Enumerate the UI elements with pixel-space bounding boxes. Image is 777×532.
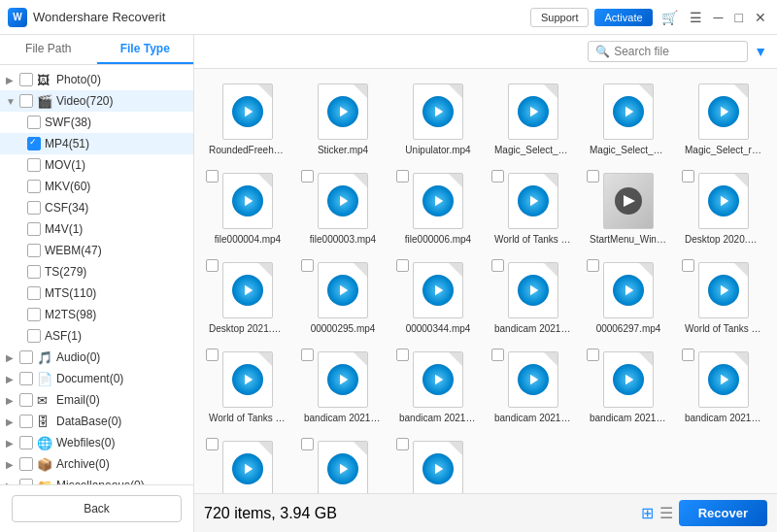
cart-icon[interactable]: 🛒 (659, 10, 681, 25)
close-icon[interactable]: ✕ (752, 10, 769, 25)
archive-checkbox[interactable] (19, 457, 33, 471)
file-item[interactable]: bandicam 2021-03-14... (488, 345, 579, 430)
sidebar-item-video[interactable]: ▼ 🎬 Video(720) (0, 90, 193, 112)
mp4-checkbox[interactable] (27, 137, 41, 150)
file-item[interactable]: bandicam 2021-02-12... (297, 345, 388, 430)
list-view-icon[interactable]: ☰ (659, 504, 673, 522)
file-item[interactable]: Sticker.mp4 (297, 77, 388, 162)
video-doc-icon (327, 453, 358, 484)
m2ts-label: M2TS(98) (45, 308, 96, 321)
photo-checkbox[interactable] (19, 73, 33, 86)
sidebar-item-document[interactable]: ▶ 📄 Document(0) (0, 368, 193, 389)
mp4-label: MP4(51) (45, 137, 89, 150)
mts-checkbox[interactable] (27, 286, 41, 300)
mkv-checkbox[interactable] (27, 180, 41, 193)
sidebar-item-email[interactable]: ▶ ✉ Email(0) (0, 389, 193, 411)
file-item[interactable]: bandicam 2021-03-03... (488, 255, 579, 341)
swf-checkbox[interactable] (27, 116, 41, 129)
sidebar-item-m2ts[interactable]: M2TS(98) (0, 304, 193, 325)
file-item[interactable]: bandicam 2021-03-04... (392, 345, 484, 430)
video-doc-icon (613, 96, 644, 127)
audio-label: Audio(0) (56, 350, 100, 364)
video-label: Video(720) (56, 94, 114, 108)
file-item[interactable]: bandicam 2021-03-14... (297, 434, 388, 493)
sidebar-tabs: File Path File Type (0, 35, 193, 65)
file-name: bandicam 2021-03-14... (494, 412, 572, 424)
back-button[interactable]: Back (12, 495, 182, 522)
file-name: bandicam 2021-02-08... (685, 412, 762, 424)
support-button[interactable]: Support (530, 8, 590, 27)
sidebar-item-mp4[interactable]: MP4(51) (0, 133, 193, 154)
sidebar-item-m4v[interactable]: M4V(1) (0, 218, 193, 240)
sidebar-item-ts[interactable]: TS(279) (0, 261, 193, 283)
file-item[interactable]: bandicam 2021-02-08... (392, 434, 484, 493)
misc-checkbox[interactable] (19, 479, 33, 484)
file-item[interactable]: Unipulator.mp4 (392, 77, 484, 162)
csf-checkbox[interactable] (27, 201, 41, 215)
asf-checkbox[interactable] (27, 329, 41, 343)
file-item[interactable]: RoundedFreehand3D... (202, 77, 293, 162)
sidebar-item-mov[interactable]: MOV(1) (0, 154, 193, 176)
file-item[interactable]: StartMenu_Win10.mp4 (583, 166, 674, 251)
sidebar-item-webfiles[interactable]: ▶ 🌐 Webfiles(0) (0, 432, 193, 453)
filter-icon[interactable]: ▼ (754, 44, 767, 59)
sidebar-item-misc[interactable]: ▶ 📁 Miscellaneous(0) (0, 475, 193, 484)
ts-checkbox[interactable] (27, 265, 41, 279)
sidebar-item-archive[interactable]: ▶ 📦 Archive(0) (0, 453, 193, 475)
email-checkbox[interactable] (19, 393, 33, 407)
file-thumb-doc (698, 173, 749, 229)
video-doc-icon (518, 364, 549, 395)
file-item[interactable]: 00000295.mp4 (297, 255, 388, 341)
menu-icon[interactable]: ☰ (687, 10, 705, 25)
tab-file-path[interactable]: File Path (0, 35, 97, 64)
file-item[interactable]: Desktop 2021.03.17 -... (202, 255, 293, 341)
file-item[interactable]: World of Tanks 2020.1... (678, 255, 769, 341)
doc-checkbox[interactable] (19, 372, 33, 385)
file-item[interactable]: Magic_Select_crop_h... (583, 77, 674, 162)
file-thumb (213, 350, 283, 409)
file-item[interactable]: file000006.mp4 (392, 166, 484, 251)
activate-button[interactable]: Activate (594, 9, 652, 26)
sidebar-item-mts[interactable]: MTS(110) (0, 283, 193, 304)
sidebar-item-database[interactable]: ▶ 🗄 DataBase(0) (0, 411, 193, 432)
file-item[interactable]: Magic_Select_remove... (678, 77, 769, 162)
grid-view-icon[interactable]: ⊞ (641, 504, 654, 522)
file-thumb-doc (698, 83, 749, 140)
minimize-icon[interactable]: ─ (711, 10, 726, 25)
file-thumb (308, 261, 378, 319)
file-item[interactable]: World of Tanks 2020.1... (202, 434, 293, 493)
file-item[interactable]: bandicam 2021-02-08... (678, 345, 769, 430)
file-item[interactable]: 00006297.mp4 (583, 255, 674, 341)
file-item[interactable]: file000003.mp4 (297, 166, 388, 251)
video-checkbox[interactable] (19, 94, 33, 108)
file-item[interactable]: World of Tanks 2020.1... (488, 166, 579, 251)
m4v-checkbox[interactable] (27, 222, 41, 236)
search-input[interactable] (614, 45, 740, 58)
sidebar-item-webm[interactable]: WEBM(47) (0, 240, 193, 261)
webm-checkbox[interactable] (27, 244, 41, 257)
file-item[interactable]: Magic_Select_add_to... (488, 77, 579, 162)
file-thumb-doc (413, 351, 463, 408)
file-item[interactable]: file000004.mp4 (202, 166, 293, 251)
sidebar-item-photo[interactable]: ▶ 🖼 Photo(0) (0, 69, 193, 90)
file-item[interactable]: bandicam 2021-01-26... (583, 345, 674, 430)
tab-file-type[interactable]: File Type (97, 35, 194, 64)
sidebar-item-audio[interactable]: ▶ 🎵 Audio(0) (0, 347, 193, 368)
file-thumb (498, 350, 568, 409)
file-thumb-doc (413, 441, 463, 493)
mov-checkbox[interactable] (27, 158, 41, 172)
m2ts-checkbox[interactable] (27, 308, 41, 321)
sidebar-item-mkv[interactable]: MKV(60) (0, 176, 193, 197)
file-item[interactable]: World of Tanks 2020.1... (202, 345, 293, 430)
web-checkbox[interactable] (19, 436, 33, 449)
file-item[interactable]: 00000344.mp4 (392, 255, 484, 341)
db-checkbox[interactable] (19, 415, 33, 428)
recover-button[interactable]: Recover (679, 500, 767, 526)
sidebar-item-swf[interactable]: SWF(38) (0, 112, 193, 133)
audio-checkbox[interactable] (19, 350, 33, 364)
maximize-icon[interactable]: □ (732, 10, 746, 25)
file-item[interactable]: Desktop 2020.08.17 -... (678, 166, 769, 251)
sidebar-item-asf[interactable]: ASF(1) (0, 325, 193, 347)
file-thumb (689, 83, 759, 141)
sidebar-item-csf[interactable]: CSF(34) (0, 197, 193, 218)
